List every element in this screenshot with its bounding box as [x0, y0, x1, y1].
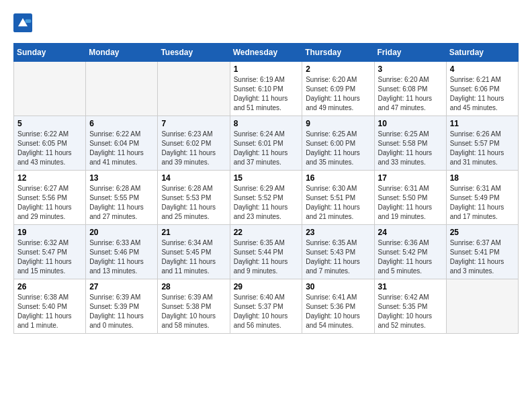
calendar-week-row: 5Sunrise: 6:22 AM Sunset: 6:05 PM Daylig…	[14, 116, 519, 171]
day-number: 9	[306, 119, 370, 128]
page-header	[13, 13, 519, 32]
day-info: Sunrise: 6:21 AM Sunset: 6:06 PM Dayligh…	[450, 75, 515, 113]
day-info: Sunrise: 6:26 AM Sunset: 5:57 PM Dayligh…	[450, 130, 515, 167]
day-info: Sunrise: 6:37 AM Sunset: 5:41 PM Dayligh…	[450, 238, 515, 276]
day-number: 28	[161, 282, 226, 291]
calendar-week-row: 19Sunrise: 6:32 AM Sunset: 5:47 PM Dayli…	[14, 225, 519, 279]
calendar-day-cell: 8Sunrise: 6:24 AM Sunset: 6:01 PM Daylig…	[230, 116, 302, 171]
calendar-day-cell	[158, 62, 230, 116]
day-info: Sunrise: 6:39 AM Sunset: 5:39 PM Dayligh…	[89, 293, 154, 330]
calendar-day-cell: 2Sunrise: 6:20 AM Sunset: 6:09 PM Daylig…	[302, 62, 374, 116]
day-number: 12	[17, 173, 82, 183]
day-info: Sunrise: 6:30 AM Sunset: 5:51 PM Dayligh…	[306, 184, 370, 222]
calendar-day-cell: 12Sunrise: 6:27 AM Sunset: 5:56 PM Dayli…	[14, 171, 86, 225]
day-number: 29	[234, 282, 299, 291]
column-header-thursday: Thursday	[302, 44, 374, 62]
day-info: Sunrise: 6:29 AM Sunset: 5:52 PM Dayligh…	[234, 184, 299, 222]
day-info: Sunrise: 6:22 AM Sunset: 6:04 PM Dayligh…	[89, 130, 154, 167]
calendar-header-row: SundayMondayTuesdayWednesdayThursdayFrid…	[14, 44, 519, 62]
day-number: 15	[234, 173, 299, 183]
calendar-day-cell: 16Sunrise: 6:30 AM Sunset: 5:51 PM Dayli…	[302, 171, 374, 225]
calendar-day-cell: 13Sunrise: 6:28 AM Sunset: 5:55 PM Dayli…	[86, 171, 158, 225]
day-number: 19	[17, 228, 82, 237]
day-number: 20	[89, 228, 154, 237]
calendar-day-cell: 24Sunrise: 6:36 AM Sunset: 5:42 PM Dayli…	[374, 225, 446, 279]
day-info: Sunrise: 6:25 AM Sunset: 5:58 PM Dayligh…	[378, 130, 443, 167]
calendar-day-cell: 17Sunrise: 6:31 AM Sunset: 5:50 PM Dayli…	[374, 171, 446, 225]
calendar-week-row: 12Sunrise: 6:27 AM Sunset: 5:56 PM Dayli…	[14, 171, 519, 225]
day-number: 1	[234, 64, 299, 74]
day-number: 21	[161, 228, 226, 237]
calendar-day-cell: 27Sunrise: 6:39 AM Sunset: 5:39 PM Dayli…	[86, 279, 158, 334]
day-info: Sunrise: 6:39 AM Sunset: 5:38 PM Dayligh…	[161, 293, 226, 330]
day-info: Sunrise: 6:20 AM Sunset: 6:08 PM Dayligh…	[378, 75, 443, 113]
day-number: 5	[17, 119, 82, 128]
calendar-day-cell: 9Sunrise: 6:25 AM Sunset: 6:00 PM Daylig…	[302, 116, 374, 171]
calendar-day-cell: 14Sunrise: 6:28 AM Sunset: 5:53 PM Dayli…	[158, 171, 230, 225]
day-info: Sunrise: 6:40 AM Sunset: 5:37 PM Dayligh…	[234, 293, 299, 330]
calendar-day-cell: 22Sunrise: 6:35 AM Sunset: 5:44 PM Dayli…	[230, 225, 302, 279]
column-header-wednesday: Wednesday	[230, 44, 302, 62]
day-info: Sunrise: 6:25 AM Sunset: 6:00 PM Dayligh…	[306, 130, 370, 167]
day-number: 31	[378, 282, 443, 291]
calendar-day-cell: 5Sunrise: 6:22 AM Sunset: 6:05 PM Daylig…	[14, 116, 86, 171]
day-number: 27	[89, 282, 154, 291]
calendar-day-cell: 18Sunrise: 6:31 AM Sunset: 5:49 PM Dayli…	[446, 171, 518, 225]
day-number: 11	[450, 119, 515, 128]
day-info: Sunrise: 6:38 AM Sunset: 5:40 PM Dayligh…	[17, 293, 82, 330]
day-number: 14	[161, 173, 226, 183]
calendar-week-row: 26Sunrise: 6:38 AM Sunset: 5:40 PM Dayli…	[14, 279, 519, 334]
day-number: 24	[378, 228, 443, 237]
day-info: Sunrise: 6:42 AM Sunset: 5:35 PM Dayligh…	[378, 293, 443, 330]
column-header-tuesday: Tuesday	[158, 44, 230, 62]
day-number: 18	[450, 173, 515, 183]
day-info: Sunrise: 6:20 AM Sunset: 6:09 PM Dayligh…	[306, 75, 370, 113]
calendar-day-cell: 7Sunrise: 6:23 AM Sunset: 6:02 PM Daylig…	[158, 116, 230, 171]
day-number: 6	[89, 119, 154, 128]
day-number: 4	[450, 64, 515, 74]
svg-rect-2	[26, 19, 32, 23]
column-header-saturday: Saturday	[446, 44, 518, 62]
day-info: Sunrise: 6:28 AM Sunset: 5:53 PM Dayligh…	[161, 184, 226, 222]
logo	[13, 13, 36, 32]
day-info: Sunrise: 6:33 AM Sunset: 5:46 PM Dayligh…	[89, 238, 154, 276]
column-header-friday: Friday	[374, 44, 446, 62]
day-number: 22	[234, 228, 299, 237]
calendar-day-cell: 19Sunrise: 6:32 AM Sunset: 5:47 PM Dayli…	[14, 225, 86, 279]
day-info: Sunrise: 6:35 AM Sunset: 5:44 PM Dayligh…	[234, 238, 299, 276]
day-info: Sunrise: 6:35 AM Sunset: 5:43 PM Dayligh…	[306, 238, 370, 276]
calendar-week-row: 1Sunrise: 6:19 AM Sunset: 6:10 PM Daylig…	[14, 62, 519, 116]
day-info: Sunrise: 6:27 AM Sunset: 5:56 PM Dayligh…	[17, 184, 82, 222]
day-info: Sunrise: 6:31 AM Sunset: 5:50 PM Dayligh…	[378, 184, 443, 222]
calendar-day-cell: 10Sunrise: 6:25 AM Sunset: 5:58 PM Dayli…	[374, 116, 446, 171]
calendar-day-cell: 26Sunrise: 6:38 AM Sunset: 5:40 PM Dayli…	[14, 279, 86, 334]
calendar-day-cell: 4Sunrise: 6:21 AM Sunset: 6:06 PM Daylig…	[446, 62, 518, 116]
calendar-day-cell: 30Sunrise: 6:41 AM Sunset: 5:36 PM Dayli…	[302, 279, 374, 334]
day-info: Sunrise: 6:24 AM Sunset: 6:01 PM Dayligh…	[234, 130, 299, 167]
calendar-day-cell	[14, 62, 86, 116]
day-number: 8	[234, 119, 299, 128]
logo-icon	[13, 13, 32, 32]
day-number: 10	[378, 119, 443, 128]
calendar-day-cell: 31Sunrise: 6:42 AM Sunset: 5:35 PM Dayli…	[374, 279, 446, 334]
day-number: 23	[306, 228, 370, 237]
day-number: 30	[306, 282, 370, 291]
calendar-day-cell: 29Sunrise: 6:40 AM Sunset: 5:37 PM Dayli…	[230, 279, 302, 334]
day-info: Sunrise: 6:19 AM Sunset: 6:10 PM Dayligh…	[234, 75, 299, 113]
day-info: Sunrise: 6:22 AM Sunset: 6:05 PM Dayligh…	[17, 130, 82, 167]
day-number: 26	[17, 282, 82, 291]
calendar-day-cell: 25Sunrise: 6:37 AM Sunset: 5:41 PM Dayli…	[446, 225, 518, 279]
day-info: Sunrise: 6:28 AM Sunset: 5:55 PM Dayligh…	[89, 184, 154, 222]
calendar-day-cell: 21Sunrise: 6:34 AM Sunset: 5:45 PM Dayli…	[158, 225, 230, 279]
calendar-day-cell	[446, 279, 518, 334]
day-number: 13	[89, 173, 154, 183]
calendar-table: SundayMondayTuesdayWednesdayThursdayFrid…	[13, 43, 519, 334]
calendar-day-cell: 20Sunrise: 6:33 AM Sunset: 5:46 PM Dayli…	[86, 225, 158, 279]
column-header-monday: Monday	[86, 44, 158, 62]
calendar-day-cell: 15Sunrise: 6:29 AM Sunset: 5:52 PM Dayli…	[230, 171, 302, 225]
calendar-day-cell: 11Sunrise: 6:26 AM Sunset: 5:57 PM Dayli…	[446, 116, 518, 171]
day-info: Sunrise: 6:41 AM Sunset: 5:36 PM Dayligh…	[306, 293, 370, 330]
column-header-sunday: Sunday	[14, 44, 86, 62]
day-number: 7	[161, 119, 226, 128]
day-number: 16	[306, 173, 370, 183]
